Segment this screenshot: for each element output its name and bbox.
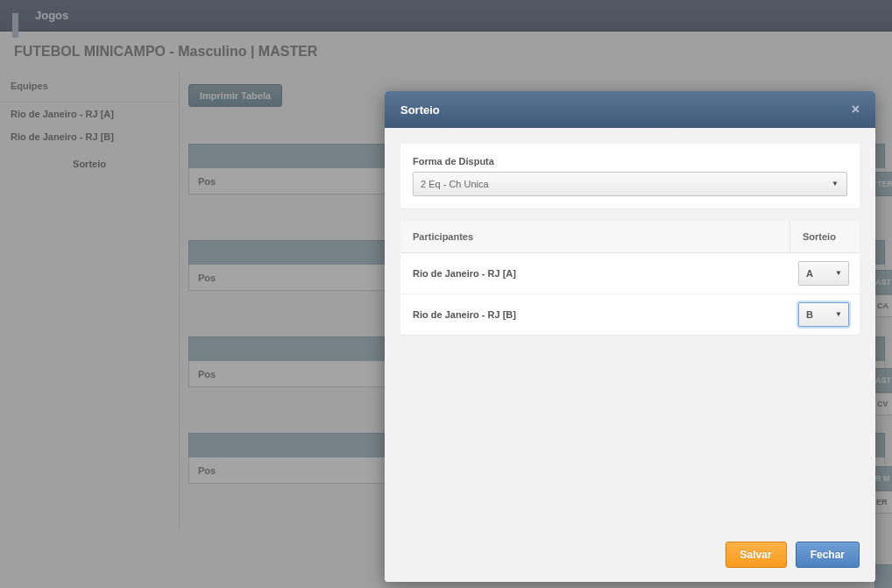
modal-footer: Salvar Fechar xyxy=(385,531,875,582)
forma-disputa-select[interactable]: 2 Eq - Ch Unica xyxy=(413,172,847,196)
participantes-table: Participantes Sorteio Rio de Janeiro - R… xyxy=(400,221,860,335)
participante-row: Rio de Janeiro - RJ [A] A xyxy=(400,253,860,294)
close-icon[interactable]: × xyxy=(852,102,860,117)
col-participantes: Participantes xyxy=(400,221,789,252)
modal-header: Sorteio × xyxy=(385,91,875,128)
close-button[interactable]: Fechar xyxy=(796,542,860,568)
save-button[interactable]: Salvar xyxy=(726,542,787,568)
participantes-header: Participantes Sorteio xyxy=(400,221,860,253)
modal-title: Sorteio xyxy=(400,103,440,117)
sorteio-select-a[interactable]: A xyxy=(798,261,849,286)
forma-disputa-card: Forma de Disputa 2 Eq - Ch Unica xyxy=(400,144,860,209)
participante-name: Rio de Janeiro - RJ [B] xyxy=(400,296,789,333)
sorteio-select-b[interactable]: B xyxy=(798,302,849,327)
sorteio-modal: Sorteio × Forma de Disputa 2 Eq - Ch Uni… xyxy=(385,91,875,582)
forma-disputa-label: Forma de Disputa xyxy=(413,156,847,166)
col-sorteio: Sorteio xyxy=(789,221,860,252)
participante-name: Rio de Janeiro - RJ [A] xyxy=(400,255,789,292)
participante-row: Rio de Janeiro - RJ [B] B xyxy=(400,294,860,335)
